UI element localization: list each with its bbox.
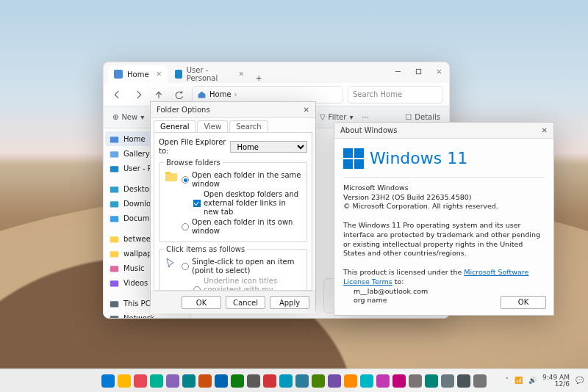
- taskbar-terminal-icon[interactable]: [247, 374, 260, 388]
- apply-button[interactable]: Apply: [270, 296, 309, 309]
- svg-rect-13: [165, 173, 177, 181]
- breadcrumb[interactable]: Home ›: [192, 86, 343, 104]
- home-icon: [114, 70, 123, 79]
- about-line: © Microsoft Corporation. All rights rese…: [343, 202, 545, 211]
- ok-button[interactable]: OK: [182, 296, 221, 309]
- taskbar-settings-icon[interactable]: [409, 374, 422, 388]
- tab-general[interactable]: General: [154, 120, 196, 132]
- about-windows-dialog: About Windows ✕ Windows 11 Microsoft Win…: [334, 122, 554, 316]
- window-controls: [387, 62, 449, 80]
- taskbar-discord-icon[interactable]: [360, 374, 373, 388]
- taskbar-calc-icon[interactable]: [392, 374, 406, 388]
- up-button[interactable]: [151, 87, 167, 103]
- taskbar-tray[interactable]: ˄ 📶 🔊 9:49 AM 12/6 💬: [505, 374, 584, 388]
- taskbar-store-icon[interactable]: [182, 374, 196, 388]
- click-legend: Click items as follows: [164, 245, 247, 253]
- taskbar-center: [101, 374, 487, 388]
- thispc-icon: [110, 299, 119, 308]
- open-to-select[interactable]: Home: [230, 141, 307, 153]
- volume-icon[interactable]: 🔊: [528, 377, 537, 384]
- radio-same-window[interactable]: [182, 176, 189, 184]
- minimize-button[interactable]: [387, 62, 408, 80]
- taskbar-clock-icon[interactable]: [441, 374, 454, 388]
- licensed-user: m__lab@outlook.com: [343, 287, 545, 297]
- taskbar-firefox-icon[interactable]: [215, 374, 228, 388]
- taskbar-edge-icon[interactable]: [166, 374, 179, 388]
- check-links-newtab[interactable]: [193, 200, 201, 207]
- svg-rect-4: [110, 186, 118, 192]
- taskbar-vscode-icon[interactable]: [231, 374, 244, 388]
- tab-search[interactable]: Search: [229, 120, 268, 132]
- folder-icon: [110, 234, 119, 244]
- taskbar-outlook-icon[interactable]: [295, 374, 309, 388]
- refresh-button[interactable]: [171, 87, 187, 103]
- svg-rect-12: [110, 316, 118, 318]
- new-tab-button[interactable]: +: [251, 73, 266, 83]
- tab-close-icon[interactable]: ✕: [239, 70, 245, 78]
- taskbar-taskview-icon[interactable]: [134, 374, 147, 388]
- filter-menu[interactable]: ▽ Filter ▾: [320, 113, 354, 121]
- taskbar-todo-icon[interactable]: [473, 374, 487, 388]
- taskbar-explorer-icon[interactable]: [150, 374, 163, 388]
- breadcrumb-root: Home: [209, 90, 232, 98]
- forward-button[interactable]: [130, 87, 146, 103]
- close-icon[interactable]: ✕: [304, 106, 309, 114]
- taskbar-mail-icon[interactable]: [457, 374, 470, 388]
- sidebar-item-label: Network: [123, 314, 154, 319]
- radio-single-click[interactable]: [182, 263, 189, 270]
- taskbar-steam-icon[interactable]: [344, 374, 357, 388]
- dialog-titlebar: About Windows ✕: [334, 123, 553, 139]
- tray-chevron-icon[interactable]: ˄: [505, 377, 509, 384]
- new-menu[interactable]: ⊕ New ▾: [112, 113, 144, 121]
- taskbar-start-icon[interactable]: [101, 374, 115, 388]
- details-pane-toggle[interactable]: ☐ Details: [405, 113, 440, 121]
- network-icon: [110, 313, 119, 319]
- sidebar-item-label: Videos: [123, 279, 148, 287]
- taskbar-search-icon[interactable]: [118, 374, 131, 388]
- tab-user-personal[interactable]: User - Personal✕: [169, 65, 250, 83]
- folder-icon: [164, 170, 179, 184]
- back-button[interactable]: [110, 87, 126, 103]
- taskbar-excel-icon[interactable]: [279, 374, 293, 388]
- taskbar-chrome-icon[interactable]: [198, 374, 212, 388]
- dialog-titlebar: Folder Options ✕: [151, 102, 315, 118]
- onedrive-icon: [110, 164, 119, 173]
- dialog-title: About Windows: [340, 126, 397, 134]
- dialog-tabs: GeneralViewSearch: [151, 118, 315, 132]
- more-menu[interactable]: ⋯: [362, 113, 369, 121]
- home-icon: [197, 90, 207, 99]
- svg-rect-1: [110, 137, 118, 142]
- taskbar-word-icon[interactable]: [263, 374, 276, 388]
- desktop-icon: [110, 184, 119, 194]
- close-icon[interactable]: ✕: [542, 126, 548, 134]
- svg-rect-6: [110, 216, 118, 222]
- downloads-icon: [110, 199, 119, 208]
- taskbar-spotify-icon[interactable]: [328, 374, 341, 388]
- brand-title: Windows 11: [370, 148, 467, 170]
- taskbar-photos-icon[interactable]: [425, 374, 438, 388]
- radio-own-window[interactable]: [182, 223, 189, 231]
- taskbar-onenote-icon[interactable]: [376, 374, 390, 388]
- tab-home[interactable]: Home✕: [108, 65, 168, 83]
- about-license: This product is licensed under the Micro…: [343, 268, 545, 287]
- about-line: Version 23H2 (OS Build 22635.4580): [343, 193, 545, 203]
- cancel-button[interactable]: Cancel: [226, 296, 265, 309]
- notifications-icon[interactable]: 💬: [576, 377, 584, 384]
- svg-rect-3: [110, 166, 118, 172]
- home-icon: [110, 134, 119, 144]
- sidebar-item-label: This PC: [123, 300, 151, 308]
- tab-view[interactable]: View: [197, 120, 228, 132]
- dialog-title: Folder Options: [157, 106, 210, 114]
- maximize-button[interactable]: [408, 62, 429, 80]
- svg-rect-8: [110, 251, 118, 257]
- close-button[interactable]: [429, 62, 449, 80]
- tab-close-icon[interactable]: ✕: [157, 70, 162, 78]
- search-input[interactable]: Search Home: [348, 86, 443, 104]
- taskbar-clock[interactable]: 9:49 AM 12/6: [542, 374, 570, 388]
- taskbar-teams-icon[interactable]: [312, 374, 325, 388]
- wifi-icon[interactable]: 📶: [514, 377, 523, 384]
- music-icon: [110, 264, 119, 273]
- svg-rect-0: [416, 69, 420, 73]
- browse-legend: Browse folders: [164, 159, 223, 167]
- ok-button[interactable]: OK: [501, 296, 546, 309]
